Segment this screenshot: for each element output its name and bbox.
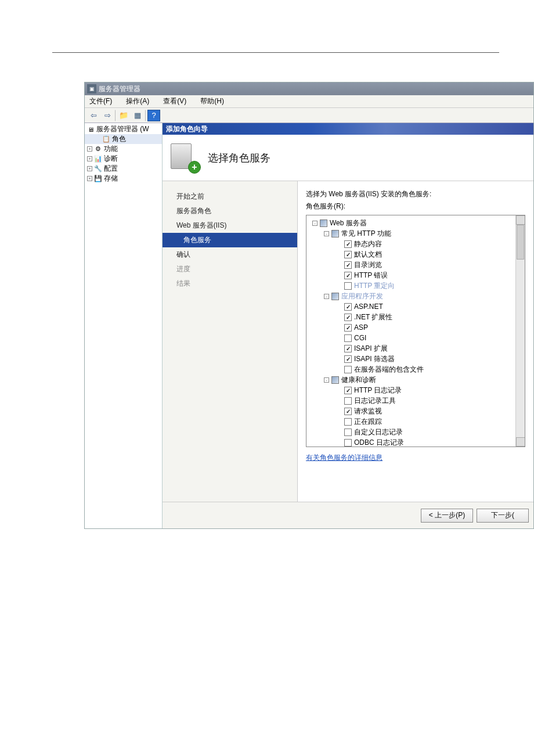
checkbox[interactable] <box>331 376 339 384</box>
role-tree-row[interactable]: 正在跟踪 <box>308 416 524 427</box>
scroll-up-icon[interactable]: ▲ <box>516 215 525 225</box>
tree-item-config[interactable]: + 🔧 配置 <box>85 164 162 174</box>
menu-view[interactable]: 查看(V) <box>161 95 189 107</box>
role-label: 默认文档 <box>354 250 382 260</box>
role-tree-row[interactable]: -应用程序开发 <box>308 291 524 301</box>
wizard-icon: + <box>171 143 200 172</box>
content-sublabel: 角色服务(R): <box>306 201 525 211</box>
checkbox[interactable] <box>344 345 352 352</box>
role-tree-row[interactable]: HTTP 错误 <box>308 270 524 280</box>
expand-icon[interactable]: + <box>87 176 92 181</box>
wizard-titlebar[interactable]: 添加角色向导 <box>163 123 533 135</box>
role-tree-row[interactable]: 在服务器端的包含文件 <box>308 364 524 375</box>
checkbox[interactable] <box>344 334 352 342</box>
tree-item-storage[interactable]: + 💾 存储 <box>85 174 162 183</box>
tree-label: 诊断 <box>104 154 118 164</box>
up-button[interactable]: 📁 <box>117 110 130 121</box>
forward-button[interactable]: ⇨ <box>101 110 114 121</box>
scroll-down-icon[interactable]: ▼ <box>516 437 525 447</box>
checkbox[interactable] <box>344 314 352 321</box>
nav-server-roles[interactable]: 服务器角色 <box>163 204 297 218</box>
role-tree-row[interactable]: CGI <box>308 333 524 343</box>
checkbox[interactable] <box>344 282 352 290</box>
role-services-tree: -Web 服务器-常见 HTTP 功能静态内容默认文档目录浏览HTTP 错误HT… <box>306 215 525 447</box>
nav-before-begin[interactable]: 开始之前 <box>163 189 297 204</box>
nav-results: 结果 <box>163 276 297 291</box>
nav-confirmation[interactable]: 确认 <box>163 247 297 262</box>
nav-web-server-iis[interactable]: Web 服务器(IIS) <box>163 218 297 233</box>
role-tree-row[interactable]: 自定义日志记录 <box>308 427 524 437</box>
features-icon: ⚙ <box>93 145 103 154</box>
role-tree-row[interactable]: ISAPI 扩展 <box>308 343 524 354</box>
role-tree-row[interactable]: HTTP 重定向 <box>308 280 524 291</box>
window-titlebar[interactable]: ▣ 服务器管理器 <box>85 82 533 95</box>
back-button[interactable]: ⇦ <box>87 110 100 121</box>
vertical-scrollbar[interactable]: ▲ ▼ <box>515 215 525 447</box>
menu-action[interactable]: 操作(A) <box>124 95 151 107</box>
collapse-icon[interactable]: - <box>324 231 329 236</box>
role-tree-row[interactable]: ISAPI 筛选器 <box>308 354 524 364</box>
role-label: Web 服务器 <box>330 218 367 228</box>
role-tree-row[interactable]: 请求监视 <box>308 406 524 416</box>
role-label: ISAPI 扩展 <box>354 344 388 354</box>
menu-file[interactable]: 文件(F) <box>87 95 114 107</box>
sidebar-tree: 🖥 服务器管理器 (W 📋 角色 + ⚙ 功能 + 📊 诊断 <box>85 123 163 528</box>
role-tree-row[interactable]: 目录浏览 <box>308 260 524 270</box>
more-info-link[interactable]: 有关角色服务的详细信息 <box>306 453 525 463</box>
storage-icon: 💾 <box>93 174 103 183</box>
role-label: .NET 扩展性 <box>354 312 392 322</box>
role-tree-row[interactable]: 默认文档 <box>308 249 524 260</box>
toolbar-separator <box>145 110 146 121</box>
checkbox[interactable] <box>344 303 352 311</box>
checkbox[interactable] <box>344 366 352 373</box>
nav-role-services[interactable]: 角色服务 <box>163 233 297 247</box>
checkbox[interactable] <box>344 418 352 426</box>
collapse-icon[interactable]: - <box>324 377 329 383</box>
add-roles-wizard: 添加角色向导 + 选择角色服务 开始之前 服务器角色 Web 服务器(IIS) … <box>163 123 533 528</box>
role-tree-row[interactable]: 日志记录工具 <box>308 395 524 406</box>
role-tree-row[interactable]: -Web 服务器 <box>308 218 524 228</box>
checkbox[interactable] <box>344 387 352 394</box>
previous-button[interactable]: < 上一步(P) <box>421 509 473 523</box>
role-tree-row[interactable]: ASP.NET <box>308 301 524 312</box>
tree-item-features[interactable]: + ⚙ 功能 <box>85 144 162 154</box>
checkbox[interactable] <box>344 408 352 415</box>
expand-icon[interactable]: + <box>87 166 92 171</box>
checkbox[interactable] <box>331 230 339 237</box>
expand-icon[interactable]: + <box>87 156 92 161</box>
checkbox[interactable] <box>344 324 352 332</box>
checkbox[interactable] <box>344 397 352 405</box>
role-tree-row[interactable]: .NET 扩展性 <box>308 312 524 322</box>
checkbox[interactable] <box>331 293 339 300</box>
role-tree-row[interactable]: 静态内容 <box>308 239 524 249</box>
wizard-footer: < 上一步(P) 下一步( <box>163 502 533 528</box>
checkbox[interactable] <box>344 439 352 447</box>
role-tree-row[interactable]: ASP <box>308 322 524 333</box>
collapse-icon[interactable]: - <box>324 294 329 299</box>
tree-item-roles[interactable]: 📋 角色 <box>85 134 162 144</box>
checkbox[interactable] <box>344 429 352 436</box>
tree-item-diagnostics[interactable]: + 📊 诊断 <box>85 154 162 164</box>
collapse-icon[interactable]: - <box>312 221 317 226</box>
scroll-thumb[interactable] <box>517 225 524 260</box>
content-prompt: 选择为 Web 服务器(IIS) 安装的角色服务: <box>306 189 525 199</box>
next-button[interactable]: 下一步( <box>477 509 529 523</box>
role-tree-row[interactable]: ODBC 日志记录 <box>308 437 524 447</box>
checkbox[interactable] <box>344 240 352 248</box>
help-button[interactable]: ? <box>147 110 160 121</box>
checkbox[interactable] <box>344 251 352 258</box>
checkbox[interactable] <box>320 219 327 227</box>
tree-root[interactable]: 🖥 服务器管理器 (W <box>85 124 162 134</box>
checkbox[interactable] <box>344 261 352 269</box>
wizard-title: 添加角色向导 <box>166 124 208 134</box>
menu-help[interactable]: 帮助(H) <box>198 95 226 107</box>
role-label: 请求监视 <box>354 406 382 416</box>
role-tree-row[interactable]: HTTP 日志记录 <box>308 385 524 395</box>
expand-icon[interactable]: + <box>87 146 92 152</box>
checkbox[interactable] <box>344 272 352 279</box>
checkbox[interactable] <box>344 355 352 363</box>
wizard-header: + 选择角色服务 <box>163 135 533 181</box>
properties-button[interactable]: ▦ <box>131 110 144 121</box>
role-tree-row[interactable]: -常见 HTTP 功能 <box>308 228 524 239</box>
role-tree-row[interactable]: -健康和诊断 <box>308 375 524 385</box>
